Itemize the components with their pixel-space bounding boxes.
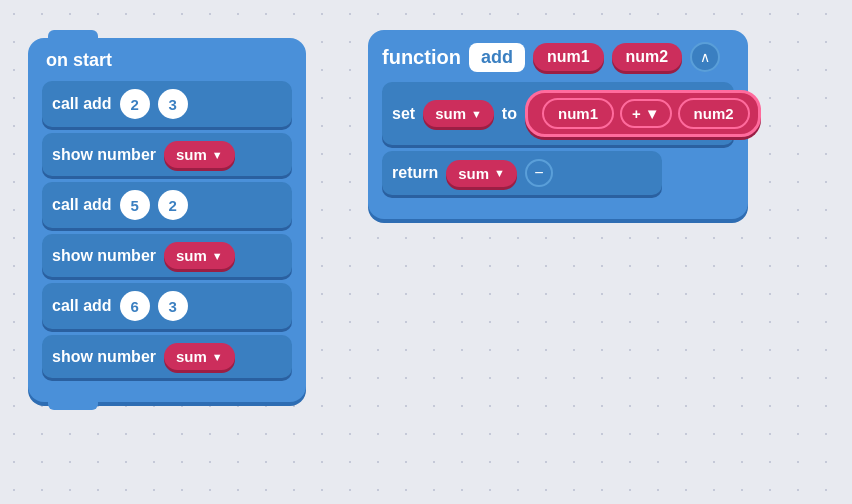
param-num2[interactable]: num2 <box>612 43 683 71</box>
sum-label-2: sum <box>176 247 207 264</box>
set-label: set <box>392 105 415 123</box>
call-add-row-2: call add 5 2 <box>42 182 292 228</box>
function-block: function add num1 num2 ∧ set sum ▼ to nu… <box>368 30 748 219</box>
show-number-row-3: show number sum ▼ <box>42 335 292 378</box>
dropdown-arrow-1: ▼ <box>212 149 223 161</box>
on-start-label: on start <box>42 50 292 71</box>
arg1-badge-1: 2 <box>120 89 150 119</box>
arg2-badge-2: 2 <box>158 190 188 220</box>
call-add-label-2: call add <box>52 196 112 214</box>
minus-icon: − <box>534 164 543 182</box>
set-expression: num1 + ▼ num2 <box>525 90 761 137</box>
show-number-label-3: show number <box>52 348 156 366</box>
chevron-up-icon: ∧ <box>700 49 710 65</box>
set-var-arrow: ▼ <box>471 108 482 120</box>
sum-dropdown-2[interactable]: sum ▼ <box>164 242 235 269</box>
show-number-row-2: show number sum ▼ <box>42 234 292 277</box>
sum-dropdown-3[interactable]: sum ▼ <box>164 343 235 370</box>
expr-num1[interactable]: num1 <box>542 98 614 129</box>
function-keyword: function <box>382 46 461 69</box>
operator-arrow: ▼ <box>645 105 660 122</box>
set-row: set sum ▼ to num1 + ▼ num2 <box>382 82 734 145</box>
remove-button[interactable]: − <box>525 159 553 187</box>
function-header: function add num1 num2 ∧ <box>382 42 734 72</box>
show-number-row-1: show number sum ▼ <box>42 133 292 176</box>
call-add-label-3: call add <box>52 297 112 315</box>
show-number-label-1: show number <box>52 146 156 164</box>
sum-dropdown-1[interactable]: sum ▼ <box>164 141 235 168</box>
dropdown-arrow-3: ▼ <box>212 351 223 363</box>
to-label: to <box>502 105 517 123</box>
call-add-row-1: call add 2 3 <box>42 81 292 127</box>
collapse-button[interactable]: ∧ <box>690 42 720 72</box>
on-start-block: on start call add 2 3 show number sum ▼ … <box>28 38 306 402</box>
arg1-badge-3: 6 <box>120 291 150 321</box>
function-name: add <box>481 47 513 67</box>
call-add-row-3: call add 6 3 <box>42 283 292 329</box>
call-add-label-1: call add <box>52 95 112 113</box>
param-num1[interactable]: num1 <box>533 43 604 71</box>
operator-dropdown[interactable]: + ▼ <box>620 99 672 128</box>
arg2-badge-3: 3 <box>158 291 188 321</box>
return-label: return <box>392 164 438 182</box>
sum-label-3: sum <box>176 348 207 365</box>
return-var-label: sum <box>458 165 489 182</box>
set-var-label: sum <box>435 105 466 122</box>
sum-label-1: sum <box>176 146 207 163</box>
dropdown-arrow-2: ▼ <box>212 250 223 262</box>
operator-label: + <box>632 105 641 122</box>
return-var-dropdown[interactable]: sum ▼ <box>446 160 517 187</box>
return-var-arrow: ▼ <box>494 167 505 179</box>
function-name-badge[interactable]: add <box>469 43 525 72</box>
set-var-dropdown[interactable]: sum ▼ <box>423 100 494 127</box>
return-row: return sum ▼ − <box>382 151 662 195</box>
show-number-label-2: show number <box>52 247 156 265</box>
arg1-badge-2: 5 <box>120 190 150 220</box>
arg2-badge-1: 3 <box>158 89 188 119</box>
expr-num2[interactable]: num2 <box>678 98 750 129</box>
